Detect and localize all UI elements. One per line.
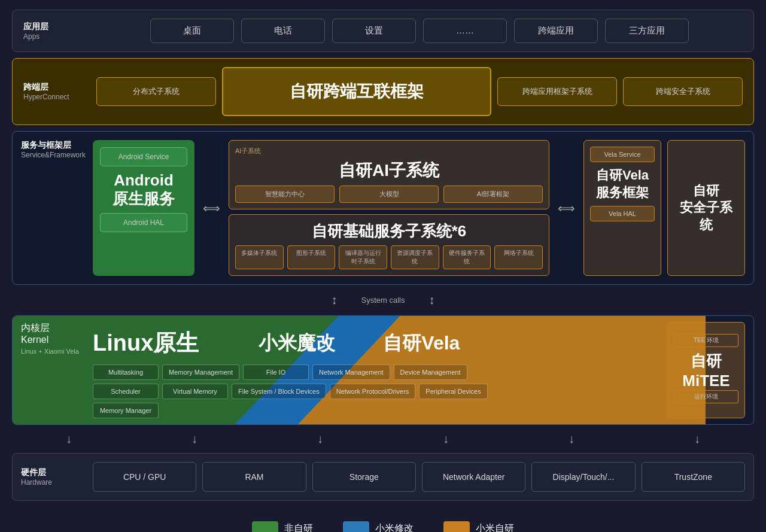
kernel-linux-title: Linux原生 — [93, 328, 199, 358]
diagram-container: 应用层 Apps 桌面 电话 设置 …… 跨端应用 三方应用 跨端层 Hyper… — [12, 10, 754, 501]
ai-sub-model: 大模型 — [339, 186, 439, 203]
app-box-phone: 电话 — [241, 19, 325, 43]
hw-arrow-5: ↓ — [569, 432, 574, 446]
hw-ram: RAM — [202, 462, 306, 492]
kernel-content: Linux原生 小米魔改 自研Vela Multitasking Memory … — [93, 322, 661, 418]
ai-sub-deploy: AI部署框架 — [443, 186, 543, 203]
basic-network: 网络子系统 — [494, 245, 543, 269]
kernel-en: Kernel — [21, 335, 87, 345]
arrow-right: ⟺ — [555, 140, 577, 276]
kernel-box-periph: Peripheral Devices — [419, 384, 487, 399]
basic-compiler: 编译器与运行时子系统 — [339, 245, 387, 269]
basic-media: 多媒体子系统 — [235, 245, 284, 269]
kernel-box-netmgmt: Network Management — [312, 364, 390, 380]
hyper-highlight: 自研跨端互联框架 — [222, 67, 491, 116]
kernel-box-devmgmt: Device Management — [394, 364, 467, 380]
kernel-box-memmgmt: Memory Management — [162, 364, 239, 380]
kernel-xiaomi-title: 小米魔改 — [259, 330, 335, 357]
vela-main: Vela Service 自研Vela服务框架 Vela HAL — [583, 140, 661, 276]
kernel-box-memmgr2: Memory Manager — [93, 403, 159, 418]
legend-label-native: 非自研 — [284, 522, 313, 533]
hw-arrow-2: ↓ — [192, 432, 197, 446]
basic-hardware: 硬件服务子系统 — [443, 245, 491, 269]
kernel-row-3: Memory Manager — [93, 403, 661, 418]
android-title: Android原生服务 — [113, 171, 175, 208]
service-cn: 服务与框架层 — [21, 140, 87, 151]
hyperconnect-layer: 跨端层 HyperConnect 分布式子系统 自研跨端互联框架 跨端应用框架子… — [12, 58, 754, 125]
mitee-title: 自研MiTEE — [682, 351, 729, 390]
legend-color-selfdev — [443, 521, 470, 532]
kernel-subtitle: Linux + Xiaomi Vela — [21, 348, 87, 355]
app-box-more: …… — [423, 19, 507, 43]
hw-arrow-1: ↓ — [66, 432, 72, 446]
apps-en: Apps — [23, 32, 89, 41]
security-title: 自研安全子系统 — [680, 183, 732, 234]
android-hal-box: Android HAL — [100, 213, 187, 232]
app-box-crossapp: 跨端应用 — [514, 19, 598, 43]
kernel-row-2: Scheduler Virtual Memory File System / B… — [93, 384, 661, 399]
arrows-to-hardware: ↓ ↓ ↓ ↓ ↓ ↓ — [12, 431, 754, 447]
hw-cpu-gpu: CPU / GPU — [93, 462, 196, 492]
ai-sub-wisdom: 智慧能力中心 — [235, 186, 335, 203]
kernel-row-1: Multitasking Memory Management File IO N… — [93, 364, 661, 380]
app-box-desktop: 桌面 — [150, 19, 234, 43]
syscalls-label: System calls — [361, 296, 405, 305]
hyper-box-appfw: 跨端应用框架子系统 — [497, 77, 617, 106]
kernel-titles: Linux原生 小米魔改 自研Vela — [93, 322, 661, 364]
legend: 非自研 小米修改 小米自研 — [252, 513, 514, 532]
basic-graphics: 图形子系统 — [287, 245, 336, 269]
legend-item-native: 非自研 — [252, 521, 313, 532]
hyper-box-security: 跨端安全子系统 — [623, 77, 743, 106]
hw-trustzone: TrustZone — [642, 462, 745, 492]
hardware-layer: 硬件层 Hardware CPU / GPU RAM Storage Netwo… — [12, 453, 754, 501]
vela-title: 自研Vela服务框架 — [596, 167, 649, 201]
hyper-en: HyperConnect — [23, 93, 89, 101]
arrow-left: ⟺ — [200, 140, 223, 276]
apps-boxes: 桌面 电话 设置 …… 跨端应用 三方应用 — [96, 19, 743, 43]
app-box-settings: 设置 — [332, 19, 416, 43]
ai-label: AI子系统 — [235, 147, 543, 156]
apps-cn: 应用层 — [23, 22, 89, 32]
hw-arrow-4: ↓ — [443, 432, 449, 446]
legend-item-modified: 小米修改 — [343, 521, 414, 532]
basic-highlight: 自研基础服务子系统*6 — [235, 221, 543, 242]
kernel-box-virtmem: Virtual Memory — [162, 384, 228, 399]
hyper-box-distributed: 分布式子系统 — [96, 77, 216, 106]
kernel-cn: 内核层 — [21, 322, 87, 335]
kernel-box-netproto: Network Protocol/Drivers — [330, 384, 416, 399]
basic-sub-boxes: 多媒体子系统 图形子系统 编译器与运行时子系统 资源调度子系统 硬件服务子系统 … — [235, 245, 543, 269]
kernel-box-scheduler: Scheduler — [93, 384, 159, 399]
vela-hal-box: Vela HAL — [590, 206, 655, 221]
service-security: 自研安全子系统 — [667, 140, 745, 276]
kernel-box-fs: File System / Block Devices — [232, 384, 326, 399]
kernel-layer: 内核层 Kernel Linux + Xiaomi Vela Linux原生 小… — [12, 315, 754, 425]
hyperconnect-layer-label: 跨端层 HyperConnect — [23, 82, 89, 101]
android-service-box: Android Service — [100, 147, 187, 166]
kernel-label: 内核层 Kernel Linux + Xiaomi Vela — [21, 322, 87, 418]
apps-layer: 应用层 Apps 桌面 电话 设置 …… 跨端应用 三方应用 — [12, 10, 754, 52]
hardware-en: Hardware — [21, 478, 87, 487]
ai-sub-boxes: 智慧能力中心 大模型 AI部署框架 — [235, 186, 543, 203]
mitee-bottom-label: 运行环境 — [674, 390, 738, 403]
legend-item-selfdev: 小米自研 — [443, 521, 514, 532]
hw-display: Display/Touch/... — [531, 462, 635, 492]
legend-color-modified — [343, 521, 369, 532]
legend-label-modified: 小米修改 — [375, 522, 414, 533]
hardware-cn: 硬件层 — [21, 467, 87, 478]
syscall-arrow-left: ↕ — [332, 293, 338, 307]
legend-color-native — [252, 521, 278, 532]
ai-highlight: 自研AI子系统 — [235, 159, 543, 182]
hw-storage: Storage — [312, 462, 416, 492]
hw-network-adapter: Network Adapter — [422, 462, 525, 492]
ai-section: AI子系统 自研AI子系统 智慧能力中心 大模型 AI部署框架 — [229, 140, 549, 209]
basic-section: 自研基础服务子系统*6 多媒体子系统 图形子系统 编译器与运行时子系统 资源调度… — [229, 214, 549, 276]
hw-arrow-6: ↓ — [694, 432, 700, 446]
kernel-box-multitasking: Multitasking — [93, 364, 159, 380]
kernel-box-fileio: File IO — [243, 364, 309, 380]
vela-service-box: Vela Service — [590, 147, 655, 162]
service-layer: 服务与框架层 Service&Framework Android Service… — [12, 131, 754, 285]
syscall-arrow-right: ↕ — [428, 293, 434, 307]
hardware-layer-label: 硬件层 Hardware — [21, 467, 87, 487]
syscalls-bar: ↕ System calls ↕ — [12, 291, 754, 309]
service-android: Android Service Android原生服务 Android HAL — [93, 140, 194, 276]
